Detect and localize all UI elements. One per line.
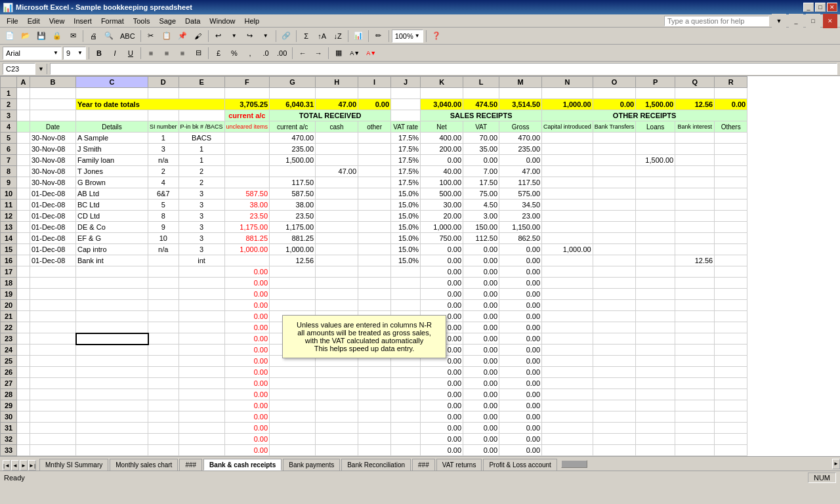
email-btn[interactable]: ✉ — [66, 29, 80, 43]
others-cell[interactable] — [715, 166, 747, 177]
cell[interactable] — [593, 88, 636, 99]
col-e[interactable]: E — [178, 77, 224, 88]
cell[interactable] — [463, 88, 499, 99]
cell[interactable] — [224, 88, 270, 99]
others-cell[interactable] — [715, 155, 747, 166]
cap-cell[interactable] — [542, 188, 593, 200]
col-a[interactable]: A — [17, 77, 30, 88]
tab-mnthly-si-summary[interactable]: Mnthly SI Summary — [39, 459, 108, 471]
si-cell[interactable]: 10 — [148, 233, 179, 244]
autosum-btn[interactable]: Σ — [299, 29, 314, 43]
si-cell[interactable]: n/a — [148, 155, 179, 166]
redo-arrow[interactable]: ▼ — [259, 29, 273, 43]
vatrate-cell[interactable]: 15.0% — [391, 244, 421, 255]
cell[interactable] — [178, 88, 224, 99]
bold-btn[interactable]: B — [92, 46, 106, 60]
net-cell[interactable]: 1,000.00 — [421, 222, 463, 233]
net-cell[interactable]: 20.00 — [421, 211, 463, 222]
net-cell[interactable]: 0.00 — [421, 155, 463, 166]
loans-cell[interactable] — [636, 255, 675, 266]
si-cell[interactable]: n/a — [148, 244, 179, 255]
tab-vat-returns[interactable]: VAT returns — [436, 459, 482, 471]
bacs-cell[interactable]: 3 — [178, 200, 224, 211]
cell[interactable] — [17, 222, 30, 233]
align-right-btn[interactable]: ≡ — [175, 46, 190, 60]
vat-cell[interactable]: 0.00 — [463, 155, 499, 166]
others-cell[interactable] — [715, 244, 747, 255]
gross-cell[interactable]: 0.00 — [499, 255, 542, 266]
fill-color-btn[interactable]: A▼ — [347, 46, 362, 60]
cell[interactable] — [715, 88, 747, 99]
bacs-cell[interactable]: 2 — [178, 166, 224, 177]
cap-cell[interactable] — [542, 211, 593, 222]
inc-decimal-btn[interactable]: .0 — [259, 46, 273, 60]
cell[interactable] — [17, 200, 30, 211]
other-cell[interactable] — [358, 155, 391, 166]
bacs-cell[interactable]: 3 — [178, 222, 224, 233]
cash-cell[interactable] — [316, 222, 358, 233]
net-cell[interactable]: 30.00 — [421, 200, 463, 211]
cap-cell[interactable]: 1,000.00 — [542, 244, 593, 255]
banki-cell[interactable]: 12.56 — [675, 255, 715, 266]
bacs-cell[interactable]: 1 — [178, 155, 224, 166]
other-cell[interactable] — [358, 211, 391, 222]
other-cell[interactable] — [358, 255, 391, 266]
bacs-cell[interactable]: 2 — [178, 177, 224, 188]
cell[interactable] — [148, 110, 179, 121]
tab-profit-loss[interactable]: Profit & Loss account — [483, 459, 557, 471]
bacs-cell[interactable]: 3 — [178, 188, 224, 200]
bankt-cell[interactable] — [593, 188, 636, 200]
cut-btn[interactable]: ✂ — [144, 29, 158, 43]
menu-file[interactable]: File — [3, 16, 22, 26]
detail-cell[interactable]: Family loan — [76, 155, 148, 166]
menu-view[interactable]: View — [45, 16, 69, 26]
vatrate-cell[interactable]: 15.0% — [391, 211, 421, 222]
curac-cell[interactable]: 1,175.00 — [270, 222, 316, 233]
drawing-btn[interactable]: ✏ — [371, 29, 386, 43]
others-cell[interactable] — [715, 177, 747, 188]
bacs-cell[interactable]: int — [178, 255, 224, 266]
cell[interactable] — [17, 144, 30, 155]
cell[interactable] — [421, 88, 463, 99]
other-cell[interactable] — [358, 200, 391, 211]
h-scrollbar[interactable]: ► — [561, 457, 840, 471]
font-color-btn[interactable]: A▼ — [364, 46, 379, 60]
detail-cell[interactable]: AB Ltd — [76, 188, 148, 200]
bacs-cell[interactable]: BACS — [178, 133, 224, 144]
loans-cell[interactable] — [636, 222, 675, 233]
cell[interactable] — [17, 110, 30, 121]
cell[interactable] — [391, 99, 421, 110]
cap-cell[interactable] — [542, 177, 593, 188]
loans-cell[interactable] — [636, 233, 675, 244]
cell[interactable] — [17, 177, 30, 188]
net-cell[interactable]: 40.00 — [421, 166, 463, 177]
cell[interactable] — [17, 133, 30, 144]
others-cell[interactable] — [715, 255, 747, 266]
undo-btn[interactable]: ↩ — [211, 29, 226, 43]
loans-cell[interactable] — [636, 244, 675, 255]
other-cell[interactable] — [358, 177, 391, 188]
cell[interactable] — [270, 88, 316, 99]
col-g[interactable]: G — [270, 77, 316, 88]
cash-cell[interactable] — [316, 177, 358, 188]
bankt-cell[interactable] — [593, 166, 636, 177]
help-arrow-btn[interactable]: ▼ — [772, 14, 786, 28]
date-cell[interactable]: 01-Dec-08 — [30, 211, 76, 222]
bacs-cell[interactable]: 3 — [178, 211, 224, 222]
print-btn[interactable]: 🖨 — [86, 29, 100, 43]
curac-cell[interactable]: 1,500.00 — [270, 155, 316, 166]
formula-input[interactable] — [50, 63, 837, 75]
menu-insert[interactable]: Insert — [70, 16, 96, 26]
curac-cell[interactable]: 235.00 — [270, 144, 316, 155]
cell[interactable] — [17, 188, 30, 200]
col-l[interactable]: L — [463, 77, 499, 88]
tab-nav-buttons[interactable]: |◄ ◄ ► ►| — [3, 460, 36, 471]
gross-cell[interactable]: 34.50 — [499, 200, 542, 211]
cell[interactable] — [358, 88, 391, 99]
bankt-cell[interactable] — [593, 222, 636, 233]
curac-cell[interactable] — [270, 166, 316, 177]
date-cell[interactable]: 01-Dec-08 — [30, 255, 76, 266]
loans-cell[interactable] — [636, 200, 675, 211]
detail-cell[interactable]: J Smith — [76, 144, 148, 155]
vat-cell[interactable]: 0.00 — [463, 244, 499, 255]
